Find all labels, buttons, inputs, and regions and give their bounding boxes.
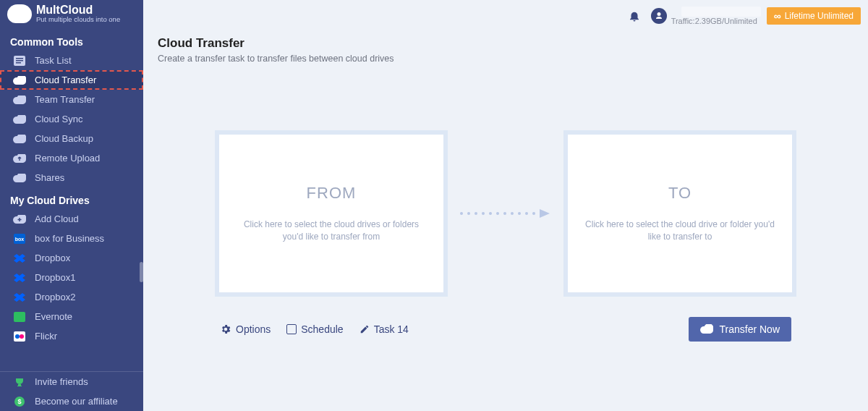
svg-text:$: $: [17, 398, 21, 405]
page-subtitle: Create a transfer task to transfer files…: [158, 54, 854, 64]
dropbox-icon: [13, 292, 26, 303]
main-content: Cloud Transfer Create a transfer task to…: [143, 29, 868, 411]
sidebar-item-label: Shares: [35, 172, 64, 183]
svg-rect-1: [16, 58, 23, 59]
sidebar-item-remote-upload[interactable]: Remote Upload: [0, 148, 143, 168]
sidebar-item-label: Task List: [35, 55, 72, 66]
lifetime-label: Lifetime Unlimited: [785, 11, 854, 21]
transfer-selection-row: FROM Click here to select the cloud driv…: [158, 130, 854, 297]
sidebar-item-label: Team Transfer: [35, 94, 95, 105]
from-description: Click here to select the cloud drives or…: [234, 219, 429, 243]
checkbox-icon: [286, 324, 297, 334]
svg-point-12: [460, 212, 463, 215]
account-area[interactable]: Traffic:2.39GB/Unlimited: [671, 7, 767, 25]
sidebar-item-dropbox1[interactable]: Dropbox1: [0, 268, 143, 287]
options-button[interactable]: Options: [220, 323, 271, 335]
sidebar-item-label: Dropbox1: [35, 272, 75, 283]
sidebar-item-affiliate[interactable]: $ Become our affiliate: [0, 391, 143, 411]
sidebar-item-label: Dropbox: [35, 253, 70, 263]
username-placeholder: [681, 7, 761, 17]
team-transfer-icon: [13, 94, 26, 106]
action-row: Options Schedule Task 14 Transfer Now: [158, 317, 854, 342]
sidebar-item-evernote[interactable]: Evernote: [0, 307, 143, 326]
cloud-upload-icon: [13, 153, 26, 164]
trophy-icon: [13, 376, 26, 388]
sidebar-footer: Invite friends $ Become our affiliate: [0, 371, 143, 411]
svg-rect-2: [16, 60, 23, 62]
svg-point-17: [496, 212, 499, 215]
brand-name: MultCloud: [36, 4, 120, 16]
sidebar-item-dropbox2[interactable]: Dropbox2: [0, 287, 143, 307]
sidebar-item-box[interactable]: box box for Business: [0, 229, 143, 248]
account-button[interactable]: [650, 7, 668, 25]
dollar-icon: $: [13, 396, 26, 407]
sidebar-item-dropbox[interactable]: Dropbox: [0, 248, 143, 268]
to-panel[interactable]: TO Click here to select the cloud drive …: [563, 130, 796, 297]
sidebar-item-label: Invite friends: [35, 376, 88, 387]
sidebar-item-cloud-backup[interactable]: Cloud Backup: [0, 129, 143, 148]
sidebar-item-cloud-transfer[interactable]: Cloud Transfer: [0, 70, 143, 90]
svg-point-9: [20, 334, 24, 339]
sidebar-item-label: box for Business: [35, 233, 104, 244]
lifetime-unlimited-button[interactable]: ∞ Lifetime Unlimited: [767, 7, 861, 25]
cloud-logo-icon: [7, 4, 32, 23]
list-icon: [13, 55, 26, 67]
sidebar-section-common: Common Tools: [0, 29, 143, 51]
sidebar-section-drives: My Cloud Drives: [0, 187, 143, 209]
sidebar-item-flickr[interactable]: Flickr: [0, 326, 143, 346]
from-panel[interactable]: FROM Click here to select the cloud driv…: [215, 130, 448, 297]
dropbox-icon: [13, 253, 26, 264]
transfer-arrow-icon: [448, 208, 563, 219]
brand-tagline: Put multiple clouds into one: [36, 16, 120, 23]
topbar: Traffic:2.39GB/Unlimited ∞ Lifetime Unli…: [143, 0, 868, 29]
svg-point-14: [475, 212, 477, 215]
sidebar-item-label: Remote Upload: [35, 153, 100, 164]
svg-point-21: [525, 212, 528, 215]
svg-point-15: [482, 212, 485, 215]
svg-rect-3: [16, 62, 21, 64]
dropbox-icon: [13, 272, 26, 284]
schedule-button[interactable]: Schedule: [286, 323, 343, 335]
transfer-now-label: Transfer Now: [719, 323, 780, 335]
sidebar-item-label: Add Cloud: [35, 213, 79, 224]
sidebar-item-task-list[interactable]: Task List: [0, 51, 143, 70]
sidebar-item-label: Flickr: [35, 331, 57, 342]
cloud-plus-icon: [13, 213, 26, 225]
svg-point-20: [518, 212, 521, 215]
transfer-now-button[interactable]: Transfer Now: [689, 317, 791, 342]
sidebar-item-team-transfer[interactable]: Team Transfer: [0, 90, 143, 109]
sidebar-item-label: Become our affiliate: [35, 396, 118, 407]
notifications-button[interactable]: [625, 7, 644, 25]
svg-rect-6: [14, 312, 25, 322]
traffic-status: Traffic:2.39GB/Unlimited: [671, 17, 757, 25]
evernote-icon: [13, 311, 26, 323]
task-label: Task 14: [374, 323, 409, 335]
sidebar-item-shares[interactable]: Shares: [0, 168, 143, 187]
sidebar: MultCloud Put multiple clouds into one C…: [0, 0, 143, 411]
cloud-icon: [700, 324, 713, 334]
task-name-button[interactable]: Task 14: [359, 323, 409, 335]
from-label: FROM: [307, 184, 357, 203]
sidebar-item-label: Cloud Backup: [35, 133, 93, 144]
cloud-backup-icon: [13, 133, 26, 145]
to-description: Click here to select the cloud drive or …: [582, 219, 778, 243]
svg-point-22: [532, 212, 535, 215]
sidebar-item-label: Cloud Transfer: [35, 75, 96, 85]
box-icon: box: [13, 233, 26, 245]
svg-text:box: box: [15, 237, 25, 242]
sidebar-item-invite-friends[interactable]: Invite friends: [0, 372, 143, 391]
sidebar-item-cloud-sync[interactable]: Cloud Sync: [0, 109, 143, 129]
to-label: TO: [668, 184, 692, 203]
sidebar-item-add-cloud[interactable]: Add Cloud: [0, 209, 143, 229]
share-icon: [13, 172, 26, 184]
sidebar-item-label: Dropbox2: [35, 292, 75, 302]
cloud-sync-icon: [13, 114, 26, 125]
svg-point-19: [511, 212, 514, 215]
brand-logo[interactable]: MultCloud Put multiple clouds into one: [0, 0, 143, 29]
svg-point-18: [503, 212, 506, 215]
infinity-icon: ∞: [774, 10, 781, 22]
user-avatar-icon: [651, 8, 667, 24]
cloud-transfer-icon: [13, 75, 26, 86]
options-label: Options: [236, 323, 271, 335]
svg-point-8: [15, 334, 20, 339]
